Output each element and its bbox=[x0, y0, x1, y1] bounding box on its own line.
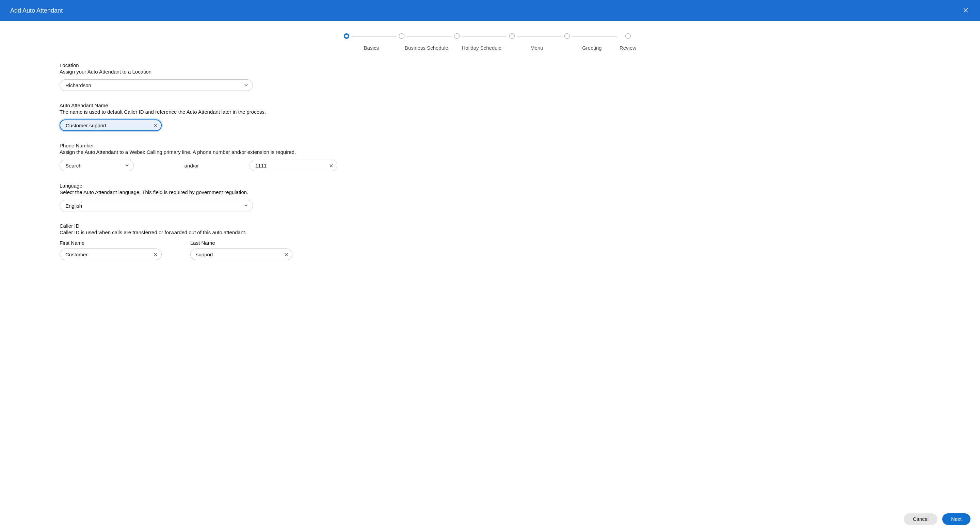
step-greeting: Greeting bbox=[565, 33, 619, 51]
step-business-schedule: Business Schedule bbox=[399, 33, 454, 51]
location-title: Location bbox=[60, 62, 980, 68]
step-label: Review bbox=[619, 45, 636, 51]
dialog-footer: Cancel Next bbox=[0, 508, 980, 529]
step-indicator bbox=[565, 33, 570, 39]
location-section: Location Assign your Auto Attendant to a… bbox=[60, 62, 980, 91]
phone-number-select[interactable]: Search bbox=[60, 160, 134, 171]
clear-last-name-button[interactable] bbox=[283, 251, 290, 258]
last-name-input[interactable] bbox=[190, 249, 293, 260]
caller-id-section: Caller ID Caller ID is used when calls a… bbox=[60, 223, 980, 260]
clear-name-button[interactable] bbox=[152, 122, 159, 129]
first-name-label: First Name bbox=[60, 240, 162, 246]
and-or-label: and/or bbox=[134, 163, 250, 169]
language-select-value: English bbox=[65, 203, 82, 209]
close-icon bbox=[154, 123, 157, 128]
dialog-body[interactable]: Location Assign your Auto Attendant to a… bbox=[0, 54, 980, 508]
step-connector bbox=[573, 36, 617, 37]
clear-first-name-button[interactable] bbox=[152, 251, 159, 258]
location-description: Assign your Auto Attendant to a Location bbox=[60, 69, 980, 75]
close-icon bbox=[285, 252, 288, 257]
phone-section: Phone Number Assign the Auto Attendant t… bbox=[60, 143, 980, 171]
step-holiday-schedule: Holiday Schedule bbox=[454, 33, 509, 51]
step-indicator bbox=[344, 33, 349, 39]
dialog-title: Add Auto Attendant bbox=[10, 7, 63, 14]
step-indicator bbox=[399, 33, 404, 39]
step-label: Greeting bbox=[582, 45, 602, 51]
dialog-header: Add Auto Attendant bbox=[0, 0, 980, 21]
step-label: Menu bbox=[530, 45, 543, 51]
step-label: Business Schedule bbox=[405, 45, 448, 51]
step-indicator bbox=[509, 33, 515, 39]
add-auto-attendant-dialog: Add Auto Attendant Basics Business Sched… bbox=[0, 0, 980, 529]
close-button[interactable] bbox=[962, 6, 970, 14]
clear-extension-button[interactable] bbox=[328, 162, 335, 169]
next-button[interactable]: Next bbox=[942, 513, 970, 525]
name-description: The name is used to default Caller ID an… bbox=[60, 109, 980, 115]
phone-title: Phone Number bbox=[60, 143, 980, 148]
language-select[interactable]: English bbox=[60, 200, 253, 211]
name-title: Auto Attendant Name bbox=[60, 102, 980, 108]
step-connector bbox=[462, 36, 506, 37]
caller-id-description: Caller ID is used when calls are transfe… bbox=[60, 229, 980, 235]
step-connector bbox=[407, 36, 451, 37]
language-description: Select the Auto Attendant language. This… bbox=[60, 189, 980, 195]
last-name-group: Last Name bbox=[190, 240, 293, 260]
step-basics: Basics bbox=[344, 33, 399, 51]
last-name-label: Last Name bbox=[190, 240, 293, 246]
step-indicator bbox=[625, 33, 631, 39]
step-review: Review bbox=[619, 33, 636, 51]
caller-id-title: Caller ID bbox=[60, 223, 980, 229]
step-indicator bbox=[454, 33, 460, 39]
extension-input[interactable] bbox=[250, 160, 337, 171]
wizard-stepper: Basics Business Schedule Holiday Schedul… bbox=[0, 21, 980, 54]
step-connector bbox=[517, 36, 562, 37]
first-name-input[interactable] bbox=[60, 249, 162, 260]
close-icon bbox=[329, 163, 333, 169]
location-select[interactable]: Richardson bbox=[60, 79, 253, 91]
close-icon bbox=[154, 252, 157, 257]
close-icon bbox=[963, 8, 968, 14]
language-section: Language Select the Auto Attendant langu… bbox=[60, 183, 980, 211]
name-section: Auto Attendant Name The name is used to … bbox=[60, 102, 980, 131]
phone-description: Assign the Auto Attendant to a Webex Cal… bbox=[60, 149, 980, 155]
step-menu: Menu bbox=[509, 33, 565, 51]
step-connector bbox=[352, 36, 396, 37]
location-select-value: Richardson bbox=[65, 82, 91, 88]
cancel-button[interactable]: Cancel bbox=[904, 513, 937, 525]
step-label: Holiday Schedule bbox=[462, 45, 502, 51]
phone-number-placeholder: Search bbox=[65, 163, 82, 169]
language-title: Language bbox=[60, 183, 980, 189]
step-label: Basics bbox=[364, 45, 379, 51]
first-name-group: First Name bbox=[60, 240, 162, 260]
auto-attendant-name-input[interactable] bbox=[60, 120, 162, 131]
